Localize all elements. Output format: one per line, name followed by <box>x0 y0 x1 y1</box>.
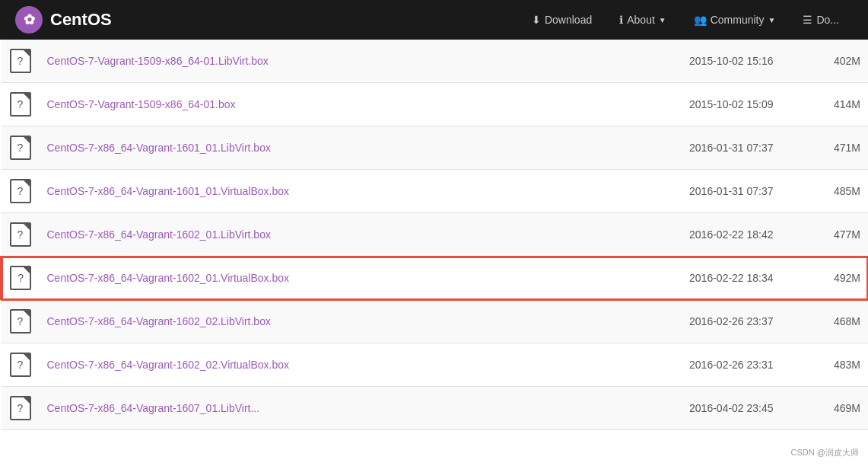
file-name-cell: CentOS-7-x86_64-Vagrant-1601_01.VirtualB… <box>40 170 575 213</box>
community-icon: 👥 <box>694 14 707 26</box>
file-name-cell: CentOS-7-x86_64-Vagrant-1602_02.LibVirt.… <box>40 300 575 343</box>
file-icon-cell: ? <box>2 343 40 387</box>
nav-download[interactable]: ⬇ Download <box>518 0 606 40</box>
file-name-cell: CentOS-7-x86_64-Vagrant-1602_01.VirtualB… <box>40 257 575 300</box>
table-row: ? CentOS-7-Vagrant-1509-x86_64-01.box 20… <box>2 83 869 126</box>
table-row: ? CentOS-7-x86_64-Vagrant-1601_01.LibVir… <box>2 126 869 170</box>
file-date-cell: 2016-02-26 23:37 <box>574 300 781 343</box>
file-size-cell: 414M <box>781 83 868 126</box>
file-date-cell: 2016-04-02 23:45 <box>574 387 781 430</box>
docs-icon: ☰ <box>803 14 812 26</box>
nav-docs[interactable]: ☰ Do... <box>789 0 853 40</box>
file-type-icon: ? <box>10 222 31 247</box>
nav-community-label: Community <box>711 14 765 26</box>
file-size-cell: 483M <box>781 343 868 387</box>
file-type-icon: ? <box>10 49 31 73</box>
file-link[interactable]: CentOS-7-Vagrant-1509-x86_64-01.LibVirt.… <box>47 55 269 67</box>
file-link[interactable]: CentOS-7-x86_64-Vagrant-1602_01.VirtualB… <box>47 272 290 284</box>
file-name-cell: CentOS-7-x86_64-Vagrant-1601_01.LibVirt.… <box>40 126 575 170</box>
file-link[interactable]: CentOS-7-x86_64-Vagrant-1601_01.VirtualB… <box>47 185 290 197</box>
file-size-cell: 477M <box>781 213 868 257</box>
nav-about[interactable]: ℹ About ▼ <box>606 0 680 40</box>
file-link[interactable]: CentOS-7-x86_64-Vagrant-1602_02.LibVirt.… <box>47 315 271 327</box>
file-type-icon: ? <box>10 136 31 160</box>
info-icon: ℹ <box>619 14 623 26</box>
navbar: ✿ CentOS ⬇ Download ℹ About ▼ 👥 Communit… <box>0 0 868 40</box>
file-icon-cell: ? <box>2 126 40 170</box>
file-size-cell: 471M <box>781 126 868 170</box>
nav-docs-label: Do... <box>816 14 839 26</box>
table-row: ? CentOS-7-x86_64-Vagrant-1602_01.Virtua… <box>2 257 869 300</box>
file-size-cell: 402M <box>781 40 868 83</box>
file-link[interactable]: CentOS-7-x86_64-Vagrant-1601_01.LibVirt.… <box>47 142 271 154</box>
file-size-cell: 469M <box>781 387 868 430</box>
table-row: ? CentOS-7-x86_64-Vagrant-1602_02.LibVir… <box>2 300 869 343</box>
file-link[interactable]: CentOS-7-x86_64-Vagrant-1602_01.LibVirt.… <box>47 228 271 241</box>
file-icon-cell: ? <box>2 387 40 430</box>
nav-download-label: Download <box>545 14 592 26</box>
file-icon-cell: ? <box>2 40 40 83</box>
file-icon-cell: ? <box>2 83 40 126</box>
nav-community[interactable]: 👥 Community ▼ <box>680 0 790 40</box>
file-type-icon: ? <box>10 396 31 420</box>
file-date-cell: 2016-02-22 18:42 <box>574 213 781 257</box>
download-icon: ⬇ <box>532 14 541 26</box>
about-chevron-icon: ▼ <box>659 16 666 24</box>
file-date-cell: 2015-10-02 15:16 <box>574 40 781 83</box>
nav-about-label: About <box>627 14 655 26</box>
file-link[interactable]: CentOS-7-x86_64-Vagrant-1607_01.LibVirt.… <box>47 402 260 414</box>
table-row: ? CentOS-7-x86_64-Vagrant-1602_01.LibVir… <box>2 213 869 257</box>
brand-logo[interactable]: ✿ CentOS <box>15 6 112 34</box>
file-type-icon: ? <box>10 309 31 334</box>
file-name-cell: CentOS-7-Vagrant-1509-x86_64-01.LibVirt.… <box>40 40 575 83</box>
file-icon-cell: ? <box>2 170 40 213</box>
file-icon-cell: ? <box>2 300 40 343</box>
file-name-cell: CentOS-7-x86_64-Vagrant-1602_01.LibVirt.… <box>40 213 575 257</box>
file-date-cell: 2016-02-22 18:34 <box>574 257 781 300</box>
brand-name: CentOS <box>50 10 112 30</box>
file-name-cell: CentOS-7-Vagrant-1509-x86_64-01.box <box>40 83 575 126</box>
file-type-icon: ? <box>10 92 31 116</box>
file-type-icon: ? <box>10 266 31 290</box>
file-table: ? CentOS-7-Vagrant-1509-x86_64-01.LibVir… <box>0 40 868 430</box>
file-date-cell: 2016-01-31 07:37 <box>574 170 781 213</box>
file-name-cell: CentOS-7-x86_64-Vagrant-1602_02.VirtualB… <box>40 343 575 387</box>
file-type-icon: ? <box>10 353 31 377</box>
file-icon-cell: ? <box>2 257 40 300</box>
file-link[interactable]: CentOS-7-Vagrant-1509-x86_64-01.box <box>47 98 236 110</box>
file-date-cell: 2016-02-26 23:31 <box>574 343 781 387</box>
table-row: ? CentOS-7-x86_64-Vagrant-1601_01.Virtua… <box>2 170 869 213</box>
file-type-icon: ? <box>10 179 31 203</box>
file-size-cell: 492M <box>781 257 868 300</box>
community-chevron-icon: ▼ <box>768 16 776 24</box>
file-link[interactable]: CentOS-7-x86_64-Vagrant-1602_02.VirtualB… <box>47 359 290 371</box>
file-date-cell: 2015-10-02 15:09 <box>574 83 781 126</box>
file-name-cell: CentOS-7-x86_64-Vagrant-1607_01.LibVirt.… <box>40 387 575 430</box>
file-size-cell: 468M <box>781 300 868 343</box>
brand-icon: ✿ <box>15 6 43 34</box>
file-date-cell: 2016-01-31 07:37 <box>574 126 781 170</box>
table-row: ? CentOS-7-x86_64-Vagrant-1602_02.Virtua… <box>2 343 869 387</box>
file-icon-cell: ? <box>2 213 40 257</box>
table-row: ? CentOS-7-x86_64-Vagrant-1607_01.LibVir… <box>2 387 869 430</box>
table-row: ? CentOS-7-Vagrant-1509-x86_64-01.LibVir… <box>2 40 869 83</box>
file-size-cell: 485M <box>781 170 868 213</box>
